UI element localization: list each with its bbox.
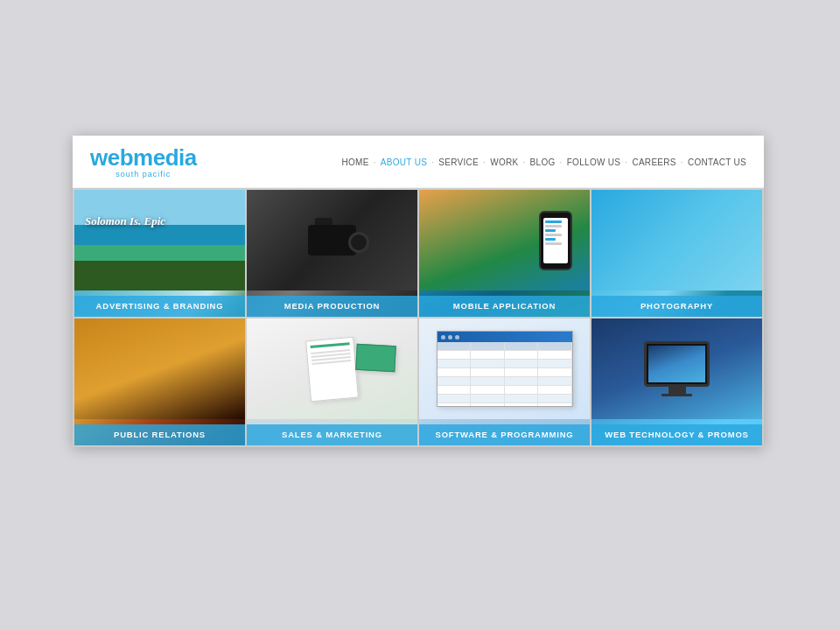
tile-web[interactable]: Web Technology & Promos — [592, 318, 762, 445]
nav-followus[interactable]: FOLLOW US — [567, 156, 621, 169]
tile-software-label: Software & Programming — [419, 424, 590, 445]
tile-media-label: Media Production — [247, 296, 417, 317]
tile-photography-label: Photography — [592, 296, 762, 317]
nav-home[interactable]: HOME — [342, 156, 369, 169]
nav-work[interactable]: WORK — [490, 156, 518, 169]
nav-service[interactable]: SERVICE — [438, 156, 479, 169]
tile-web-label: Web Technology & Promos — [592, 424, 762, 445]
nav-careers[interactable]: CAREERS — [632, 156, 676, 169]
solomon-text: Solomon Is. Epic — [85, 214, 165, 228]
logo-webmedia: webmedia — [90, 146, 197, 169]
nav-sep-4: · — [522, 158, 525, 167]
nav-sep-1: · — [374, 158, 376, 167]
nav-about[interactable]: ABOUT US — [381, 156, 427, 169]
nav-sep-6: · — [625, 158, 627, 167]
nav-sep-2: · — [431, 158, 434, 167]
tile-advertising[interactable]: Solomon Is. Epic Advertising & Branding — [74, 190, 245, 317]
tile-mobile[interactable]: Mobile Application — [419, 190, 590, 317]
nav-sep-7: · — [681, 158, 683, 167]
tile-sales-label: Sales & Marketing — [247, 424, 417, 445]
tile-media[interactable]: Media Production — [247, 190, 417, 317]
logo-southpacific: south pacific — [90, 171, 197, 178]
tile-sales[interactable]: Sales & Marketing — [247, 318, 417, 445]
nav-blog[interactable]: BLOG — [530, 156, 556, 169]
nav-sep-5: · — [560, 158, 563, 167]
browser-window: webmedia south pacific HOME · ABOUT US ·… — [73, 136, 764, 447]
tile-pr[interactable]: Public Relations — [74, 318, 245, 445]
nav-sep-3: · — [483, 158, 486, 167]
logo[interactable]: webmedia south pacific — [90, 146, 197, 178]
tile-photography[interactable]: Photography — [592, 190, 762, 317]
nav-contact[interactable]: CONTACT US — [688, 156, 746, 169]
paper-mockup — [305, 336, 359, 402]
camera-icon — [308, 225, 356, 256]
tile-pr-label: Public Relations — [74, 424, 245, 445]
services-grid: Solomon Is. Epic Advertising & Branding … — [73, 188, 764, 447]
tile-software[interactable]: Software & Programming — [419, 318, 590, 445]
phone-icon — [539, 211, 572, 270]
card-mockup — [355, 344, 396, 372]
spreadsheet-mockup — [437, 331, 573, 406]
monitor-icon — [644, 341, 710, 387]
site-header: webmedia south pacific HOME · ABOUT US ·… — [73, 136, 764, 188]
main-nav: HOME · ABOUT US · SERVICE · WORK · BLOG … — [342, 156, 746, 169]
tile-mobile-label: Mobile Application — [419, 296, 590, 317]
tile-advertising-label: Advertising & Branding — [74, 296, 245, 317]
